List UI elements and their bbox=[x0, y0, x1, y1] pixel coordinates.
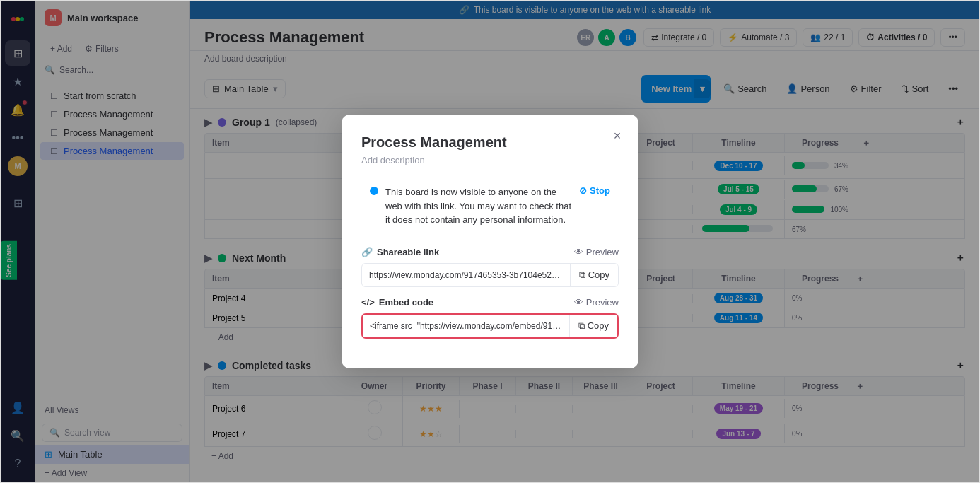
shareable-url-input[interactable] bbox=[362, 264, 570, 286]
shareable-link-row: ⧉ Copy bbox=[361, 263, 619, 287]
svg-line-4 bbox=[607, 334, 619, 339]
shareable-copy-button[interactable]: ⧉ Copy bbox=[570, 264, 618, 286]
modal-close-button[interactable]: × bbox=[607, 126, 627, 146]
info-dot bbox=[370, 187, 378, 195]
modal-info-text: This board is now visible to anyone on t… bbox=[385, 185, 572, 227]
embed-code-title: </> Embed code bbox=[361, 297, 433, 308]
code-icon: </> bbox=[361, 297, 375, 308]
shareable-link-section: 🔗 Shareable link 👁 Preview ⧉ Copy bbox=[361, 247, 619, 287]
modal-title: Process Management bbox=[361, 134, 619, 151]
embed-code-header: </> Embed code 👁 Preview bbox=[361, 297, 619, 308]
stop-button[interactable]: ⊘ Stop bbox=[579, 185, 610, 196]
copy-icon: ⧉ bbox=[578, 320, 585, 332]
share-modal: × Process Management Add description Thi… bbox=[342, 115, 638, 368]
stop-icon: ⊘ bbox=[579, 185, 587, 196]
eye-icon: 👁 bbox=[574, 247, 583, 257]
modal-description[interactable]: Add description bbox=[361, 155, 619, 165]
embed-code-section: </> Embed code 👁 Preview ⧉ Copy bbox=[361, 297, 619, 339]
shareable-preview-button[interactable]: 👁 Preview bbox=[574, 247, 619, 257]
embed-url-input[interactable] bbox=[363, 315, 569, 337]
modal-overlay[interactable]: × Process Management Add description Thi… bbox=[1, 1, 979, 482]
shareable-link-title: 🔗 Shareable link bbox=[361, 247, 439, 257]
link-icon: 🔗 bbox=[361, 247, 373, 257]
embed-code-row: ⧉ Copy bbox=[361, 313, 619, 339]
copy-icon: ⧉ bbox=[579, 269, 585, 281]
modal-info-box: This board is now visible to anyone on t… bbox=[361, 177, 619, 235]
embed-preview-button[interactable]: 👁 Preview bbox=[574, 297, 619, 308]
shareable-link-header: 🔗 Shareable link 👁 Preview bbox=[361, 247, 619, 257]
embed-copy-button[interactable]: ⧉ Copy bbox=[569, 315, 617, 337]
eye-icon: 👁 bbox=[574, 297, 583, 308]
